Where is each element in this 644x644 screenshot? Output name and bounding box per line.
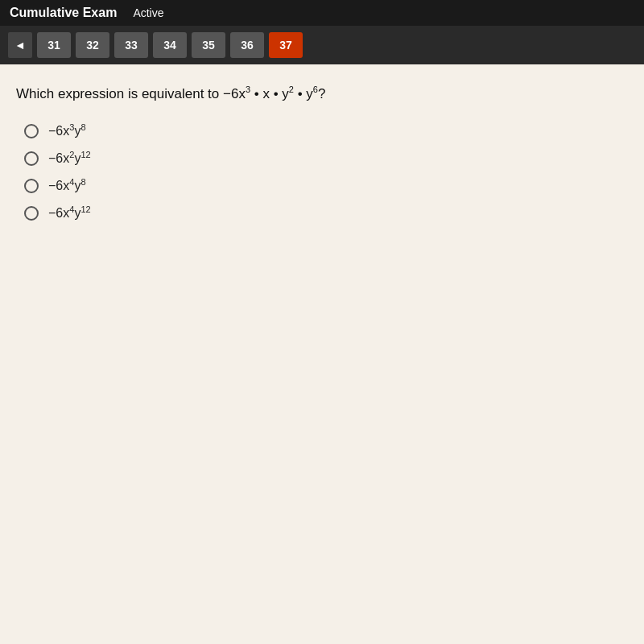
radio-b[interactable] <box>24 151 39 166</box>
radio-d[interactable] <box>24 206 39 221</box>
header: Cumulative Exam Active <box>0 0 644 26</box>
nav-btn-36[interactable]: 36 <box>230 32 264 58</box>
nav-btn-32[interactable]: 32 <box>76 32 109 58</box>
nav-bar: ◄ 31 32 33 34 35 36 37 <box>0 26 644 64</box>
radio-c[interactable] <box>24 179 39 193</box>
option-c-label: −6x4y8 <box>48 179 86 193</box>
question-text: Which expression is equivalent to −6x3 •… <box>16 84 628 105</box>
options-list: −6x3y8 −6x2y12 −6x4y8 −6x4y12 <box>16 124 628 221</box>
nav-btn-37[interactable]: 37 <box>269 32 303 58</box>
radio-a[interactable] <box>24 124 39 138</box>
nav-btn-35[interactable]: 35 <box>192 32 225 58</box>
back-button[interactable]: ◄ <box>8 32 32 58</box>
option-a-label: −6x3y8 <box>48 124 86 138</box>
header-status: Active <box>133 6 163 19</box>
nav-btn-33[interactable]: 33 <box>114 32 148 58</box>
nav-btn-34[interactable]: 34 <box>153 32 187 58</box>
option-d-label: −6x4y12 <box>48 206 91 221</box>
option-b-label: −6x2y12 <box>48 151 91 166</box>
content-area: Which expression is equivalent to −6x3 •… <box>0 64 644 644</box>
option-a[interactable]: −6x3y8 <box>24 124 628 138</box>
option-d[interactable]: −6x4y12 <box>24 206 628 221</box>
nav-btn-31[interactable]: 31 <box>37 32 71 58</box>
header-title: Cumulative Exam <box>10 6 117 20</box>
option-c[interactable]: −6x4y8 <box>24 179 628 193</box>
option-b[interactable]: −6x2y12 <box>24 151 628 166</box>
